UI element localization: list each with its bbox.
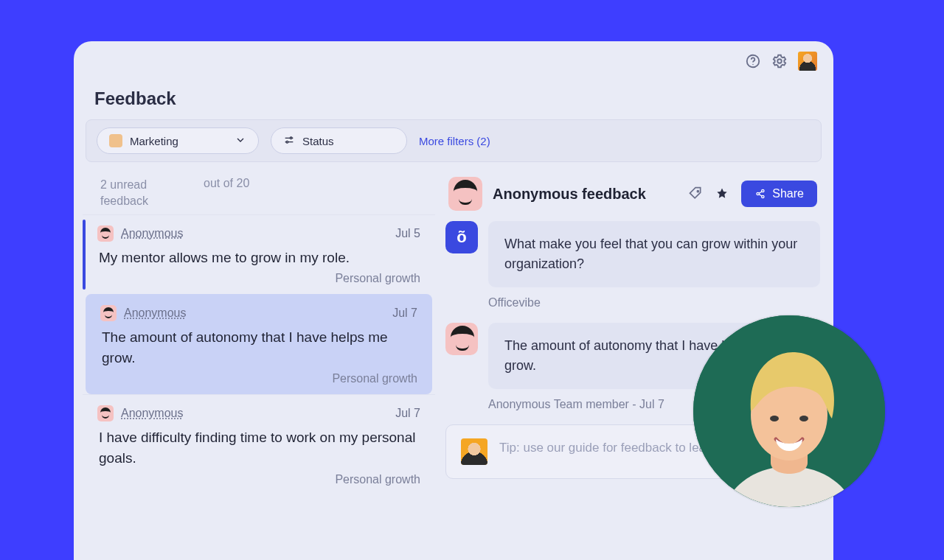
feedback-date: Jul 7 (392, 307, 417, 320)
chevron-down-icon (235, 134, 246, 148)
total-count: out of 20 (204, 177, 249, 210)
current-user-avatar (461, 438, 487, 465)
feedback-tag: Personal growth (100, 369, 417, 385)
unread-count-line2: feedback (100, 195, 148, 207)
app-window: Feedback Marketing Status More filters (… (74, 41, 833, 560)
detail-title: Anonymous feedback (493, 186, 646, 203)
team-select-label: Marketing (130, 135, 178, 147)
feedback-tag: Personal growth (97, 269, 420, 285)
svg-point-6 (762, 189, 764, 192)
list-summary: 2 unread feedback out of 20 (83, 167, 435, 214)
svg-point-3 (290, 137, 292, 139)
status-filter-label: Status (302, 135, 334, 147)
feedback-author: Anonymous (124, 307, 187, 320)
team-color-swatch (109, 134, 122, 147)
detail-header: Anonymous feedback Share (445, 174, 820, 221)
feedback-date: Jul 5 (395, 227, 420, 240)
status-filter[interactable]: Status (271, 127, 407, 154)
topbar (74, 41, 833, 75)
feedback-body: I have difficulty finding time to work o… (97, 421, 420, 469)
feedback-body: My mentor allows me to grow in my role. (97, 242, 420, 270)
svg-point-11 (770, 416, 779, 421)
feedback-list-item[interactable]: Anonymous Jul 5 My mentor allows me to g… (83, 214, 435, 295)
star-icon[interactable] (715, 186, 729, 201)
svg-point-2 (777, 59, 782, 63)
anonymous-avatar-icon (97, 405, 114, 421)
feedback-date: Jul 7 (395, 407, 420, 420)
share-button-label: Share (772, 187, 804, 200)
anonymous-avatar-icon (97, 225, 114, 242)
gear-icon[interactable] (771, 53, 788, 69)
svg-point-4 (286, 141, 288, 143)
svg-point-5 (698, 191, 699, 192)
feedback-list-item[interactable]: Anonymous Jul 7 The amount of autonomy t… (86, 294, 432, 394)
current-user-avatar[interactable] (798, 52, 817, 71)
help-icon[interactable] (745, 53, 761, 69)
prompt-bubble: What make you feel that you can grow wit… (488, 221, 820, 287)
svg-point-12 (799, 416, 808, 421)
feedback-body: The amount of autonomy that I have helps… (100, 321, 417, 369)
feedback-list-pane: 2 unread feedback out of 20 Anonymous Ju… (74, 167, 435, 560)
decorative-user-photo (693, 315, 885, 507)
svg-point-1 (752, 64, 753, 65)
feedback-author: Anonymous (121, 407, 184, 420)
team-select[interactable]: Marketing (97, 127, 259, 154)
share-button[interactable]: Share (741, 181, 817, 207)
prompt-row: õ What make you feel that you can grow w… (445, 221, 820, 287)
page-title: Feedback (74, 75, 833, 119)
more-filters-link[interactable]: More filters (2) (419, 135, 490, 147)
unread-count-line1: 2 unread (100, 178, 147, 191)
svg-point-8 (762, 195, 764, 197)
anonymous-avatar-icon (448, 177, 482, 211)
anonymous-avatar-icon (445, 323, 478, 355)
filter-bar: Marketing Status More filters (2) (86, 119, 822, 162)
officevibe-avatar-icon: õ (445, 221, 478, 253)
anonymous-avatar-icon (100, 305, 117, 321)
feedback-author: Anonymous (121, 227, 184, 240)
tag-icon[interactable] (688, 186, 703, 201)
feedback-tag: Personal growth (97, 470, 420, 486)
sliders-icon (283, 134, 295, 148)
feedback-list-item[interactable]: Anonymous Jul 7 I have difficulty findin… (83, 394, 435, 494)
